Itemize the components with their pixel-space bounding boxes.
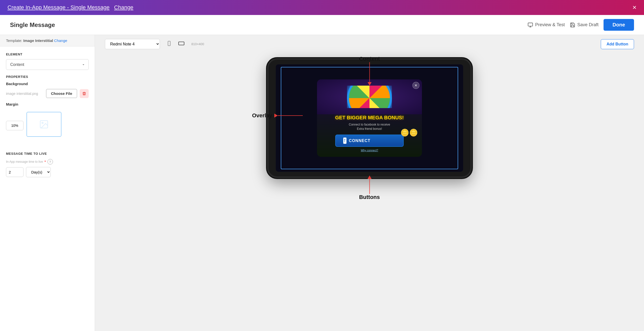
properties-section-label: PROPERTIES xyxy=(6,75,89,79)
choose-file-button[interactable]: Choose File xyxy=(46,89,77,98)
save-draft-button[interactable]: Save Draft xyxy=(570,22,598,28)
header-bar: Create In-App Message - Single Message C… xyxy=(0,0,644,15)
margin-label: Margin xyxy=(6,102,89,106)
bg-filename: image interstitial.png xyxy=(6,92,44,96)
device-select[interactable]: Redmi Note 4 xyxy=(105,39,160,49)
main-layout: Template: Image Interstitial Change ELEM… xyxy=(0,35,644,331)
msg-cta-label: CONNECT xyxy=(349,139,370,143)
ttl-label-text: In-App message time to live xyxy=(6,160,43,164)
template-change-link[interactable]: Change xyxy=(54,38,68,43)
panel-content: ELEMENT Content PROPERTIES Background im… xyxy=(0,46,95,183)
msg-subtext-line1: Connect to facebook to receive xyxy=(335,123,404,127)
svg-rect-6 xyxy=(178,42,184,45)
message-ttl-section-label: MESSAGE TIME TO LIVE xyxy=(6,152,89,156)
msg-why-link[interactable]: Why connect? xyxy=(335,149,404,152)
preview-test-label: Preview & Test xyxy=(535,22,565,27)
canvas-area: Redmi Note 4 810×400 Add Button xyxy=(95,35,644,331)
canvas-topbar: Redmi Note 4 810×400 Add Button xyxy=(95,35,644,53)
portrait-icon xyxy=(166,41,172,46)
msg-subtext-line2: Extra friend bonus! xyxy=(335,127,404,131)
close-icon[interactable]: × xyxy=(632,3,636,11)
buttons-arrow-up-head xyxy=(368,175,372,179)
left-panel: Template: Image Interstitial Change ELEM… xyxy=(0,35,95,331)
msg-headline: GET BIGGER MEGA BONUS! xyxy=(335,115,404,121)
preview-wrap: Content xyxy=(267,58,472,178)
template-bar: Template: Image Interstitial Change xyxy=(0,35,95,46)
svg-rect-5 xyxy=(168,41,170,45)
wheel-inner xyxy=(347,86,392,108)
msg-close-button[interactable]: ✕ xyxy=(412,82,420,89)
landscape-icon-button[interactable] xyxy=(176,39,186,49)
ttl-value-input[interactable]: 2 xyxy=(6,167,24,177)
background-row: image interstitial.png Choose File xyxy=(6,89,89,98)
element-select[interactable]: Content xyxy=(6,59,89,70)
coins-decoration: 🪙🪙 xyxy=(400,129,418,137)
header-title-text: Create In-App Message - Single Message xyxy=(8,4,110,10)
background-label: Background xyxy=(6,82,89,86)
template-value: Image Interstitial xyxy=(23,38,53,43)
overlay-arrow-head xyxy=(274,114,278,118)
overlay-annotation: Overlay xyxy=(252,112,303,119)
ttl-label: In-App message time to live * ? xyxy=(6,159,89,165)
toolbar-right: Preview & Test Save Draft Done xyxy=(528,19,634,31)
element-section-label: ELEMENT xyxy=(6,52,89,56)
header-title: Create In-App Message - Single Message C… xyxy=(8,4,134,11)
toolbar: Single Message Preview & Test Save Draft… xyxy=(0,15,644,35)
buttons-annotation: Buttons xyxy=(359,175,380,200)
add-button-btn[interactable]: Add Button xyxy=(601,39,634,49)
monitor-icon xyxy=(528,22,533,28)
svg-rect-0 xyxy=(528,23,532,26)
msg-cta-button[interactable]: f CONNECT xyxy=(335,135,404,147)
content-annotation: Content xyxy=(359,56,380,86)
msg-subtext: Connect to facebook to receive Extra fri… xyxy=(335,123,404,131)
image-icon xyxy=(39,119,49,129)
landscape-icon xyxy=(178,41,185,46)
wheel-visual xyxy=(347,86,392,108)
header-change-link[interactable]: Change xyxy=(114,4,134,10)
page-title: Single Message xyxy=(10,21,55,28)
svg-point-4 xyxy=(42,122,43,124)
overlay-arrow-line xyxy=(278,115,303,116)
buttons-annotation-label: Buttons xyxy=(359,194,380,200)
save-icon xyxy=(570,22,575,28)
msg-body: GET BIGGER MEGA BONUS! Connect to facebo… xyxy=(330,115,409,152)
ttl-help-icon[interactable]: ? xyxy=(48,159,53,165)
content-arrow-head xyxy=(368,82,372,86)
device-icons xyxy=(165,39,186,49)
margin-row: 10% xyxy=(6,109,89,142)
margin-input[interactable]: 10% xyxy=(6,121,24,130)
content-annotation-label: Content xyxy=(359,56,380,62)
ttl-unit-select[interactable]: Day(s) xyxy=(26,167,51,177)
image-preview-placeholder xyxy=(26,112,62,137)
device-dimensions: 810×400 xyxy=(191,42,204,46)
overlay-annotation-label: Overlay xyxy=(252,112,272,119)
portrait-icon-button[interactable] xyxy=(165,39,173,49)
ttl-row: 2 Day(s) xyxy=(6,167,89,177)
ttl-asterisk: * xyxy=(44,160,46,164)
trash-icon xyxy=(82,92,86,96)
preview-test-button[interactable]: Preview & Test xyxy=(528,22,565,28)
inappmsg-popup: ✕ GET BIGGER MEGA BONUS! Connect to face… xyxy=(317,79,422,157)
save-draft-label: Save Draft xyxy=(577,22,598,27)
content-arrow-line xyxy=(369,62,370,82)
template-label: Template: xyxy=(6,38,22,43)
facebook-icon: f xyxy=(343,138,346,144)
buttons-arrow-line xyxy=(369,179,370,194)
delete-bg-button[interactable] xyxy=(80,89,89,98)
done-button[interactable]: Done xyxy=(604,19,634,31)
